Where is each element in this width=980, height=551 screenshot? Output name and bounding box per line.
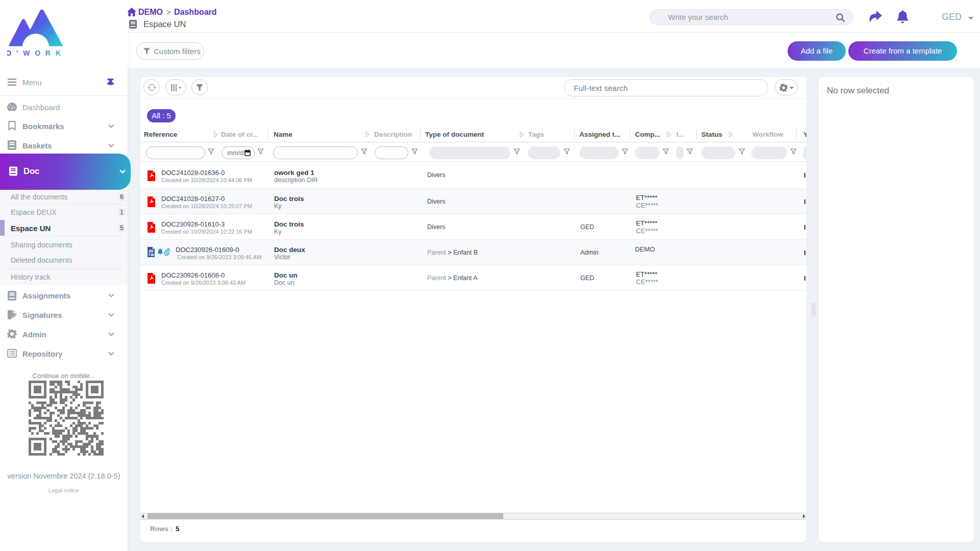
svg-text:O'WORK: O'WORK <box>7 49 65 57</box>
svg-text:W: W <box>151 253 155 257</box>
